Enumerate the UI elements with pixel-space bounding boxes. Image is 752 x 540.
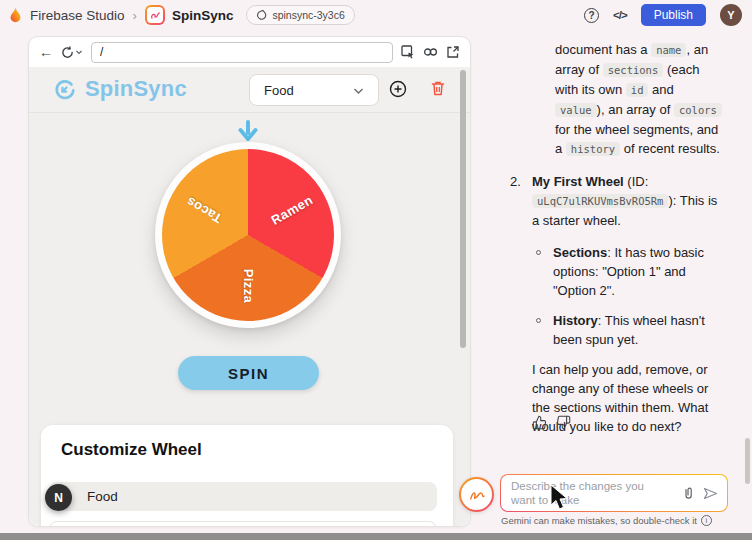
mouse-cursor bbox=[549, 484, 573, 516]
refresh-control[interactable] bbox=[61, 46, 83, 59]
attach-icon[interactable] bbox=[683, 486, 694, 500]
info-icon[interactable]: i bbox=[701, 515, 712, 526]
chevron-down-icon bbox=[75, 48, 83, 56]
app-header: SpinSync Food bbox=[29, 67, 470, 113]
chat-message: document has a name, an array of section… bbox=[510, 40, 724, 449]
open-external-icon[interactable] bbox=[446, 45, 460, 59]
product-title[interactable]: Firebase Studio bbox=[30, 8, 125, 23]
bottom-bar bbox=[0, 533, 752, 540]
chat-scrollbar[interactable] bbox=[745, 438, 750, 484]
feedback-row bbox=[532, 415, 571, 430]
annotate-fab-button[interactable] bbox=[459, 477, 494, 512]
code-toggle-icon[interactable]: </> bbox=[613, 9, 627, 21]
workspace-icon bbox=[256, 9, 267, 21]
gemini-disclaimer: Gemini can make mistakes, so double-chec… bbox=[501, 515, 712, 526]
thumbs-up-icon[interactable] bbox=[532, 415, 547, 430]
delete-wheel-button[interactable] bbox=[430, 80, 446, 101]
publish-button[interactable]: Publish bbox=[641, 4, 706, 26]
thumbs-down-icon[interactable] bbox=[556, 415, 571, 430]
app-title: SpinSync bbox=[85, 76, 187, 102]
spin-logo-icon bbox=[53, 78, 77, 106]
spinsync-app-icon bbox=[145, 5, 165, 25]
url-input[interactable] bbox=[91, 42, 393, 63]
wheel-plate: RamenPizzaTacos bbox=[155, 142, 341, 328]
wheel-pie[interactable]: RamenPizzaTacos bbox=[162, 149, 334, 321]
customize-wheel-card: Customize Wheel bbox=[41, 425, 453, 526]
workspace-name: spinsync-3y3c6 bbox=[272, 9, 344, 21]
chevron-right-icon: › bbox=[133, 8, 137, 23]
wheel-select-value: Food bbox=[264, 83, 294, 98]
chat-block: Sections: It has two basic options: "Opt… bbox=[510, 243, 724, 300]
wheel-segment-label: Pizza bbox=[241, 269, 256, 304]
refresh-icon bbox=[61, 46, 74, 59]
preview-panel: ← SpinSync Food bbox=[28, 36, 471, 527]
bullet-icon bbox=[536, 250, 541, 255]
chat-input[interactable] bbox=[511, 479, 663, 511]
collaborator-cursor-chip: N bbox=[45, 484, 72, 511]
workspace-badge[interactable]: spinsync-3y3c6 bbox=[246, 5, 354, 25]
customize-title: Customize Wheel bbox=[61, 440, 202, 460]
chat-block: document has a name, an array of section… bbox=[510, 40, 724, 159]
chat-composer bbox=[500, 474, 728, 512]
bullet-icon bbox=[536, 318, 541, 323]
app-breadcrumb-title[interactable]: SpinSync bbox=[172, 8, 234, 23]
scribble-icon bbox=[466, 484, 488, 506]
back-icon[interactable]: ← bbox=[39, 44, 53, 60]
trash-icon bbox=[430, 80, 446, 97]
preview-scrollbar[interactable] bbox=[460, 70, 466, 348]
wheel-select[interactable]: Food bbox=[249, 74, 379, 106]
wheel-segment-label: Tacos bbox=[183, 193, 224, 225]
chevron-down-icon bbox=[353, 83, 364, 98]
app-viewport: SpinSync Food RamenPizzaTacos SPIN Custo… bbox=[29, 67, 470, 526]
firebase-logo-icon bbox=[8, 6, 23, 24]
chat-block: History: This wheel hasn't been spun yet… bbox=[510, 311, 724, 349]
list-number: 2. bbox=[510, 172, 532, 230]
avatar[interactable]: Y bbox=[720, 4, 742, 26]
wheel-segment-label: Ramen bbox=[269, 192, 316, 228]
help-icon[interactable]: ? bbox=[584, 8, 599, 23]
spin-button[interactable]: SPIN bbox=[178, 356, 319, 390]
chat-block: 2.My First Wheel (ID: uLqC7ulRKUVmsBvRO5… bbox=[510, 172, 724, 230]
top-bar: Firebase Studio › SpinSync spinsync-3y3c… bbox=[0, 0, 752, 30]
preview-toolbar: ← bbox=[29, 37, 470, 67]
link-icon[interactable] bbox=[423, 45, 438, 59]
add-wheel-button[interactable] bbox=[389, 80, 407, 102]
wheel-name-input[interactable] bbox=[49, 482, 437, 511]
section-option-input[interactable] bbox=[49, 521, 437, 526]
inspect-element-icon[interactable] bbox=[401, 45, 415, 59]
breadcrumb: Firebase Studio › SpinSync spinsync-3y3c… bbox=[8, 5, 355, 25]
send-icon[interactable] bbox=[703, 487, 718, 500]
